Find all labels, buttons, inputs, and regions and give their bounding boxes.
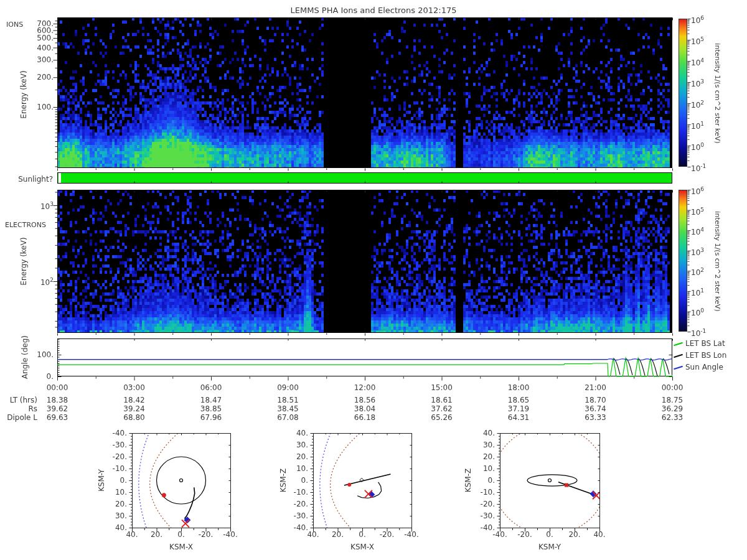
time-tick-label: 18:00 xyxy=(494,383,543,392)
colorbar-tick-label: 101 xyxy=(691,286,704,297)
colorbar-tick-label: 102 xyxy=(691,98,704,110)
orbit-ytick-label: 20. xyxy=(90,500,127,508)
ephemeris-value: 18.56 xyxy=(340,396,390,404)
sunlight-label: Sunlight? xyxy=(0,175,53,184)
orbit-ytick-label: -30. xyxy=(271,511,308,520)
orbit-ytick-label: -10. xyxy=(271,488,308,497)
orbit-ytick-label: 40. xyxy=(90,523,127,532)
ephemeris-value: 69.63 xyxy=(32,413,82,422)
orbit3-xlabel: KSM-Y xyxy=(519,543,581,551)
ephemeris-value: 18.70 xyxy=(571,396,621,404)
orbit-ytick-label: -20. xyxy=(271,500,308,508)
orbit-ytick-label: 10. xyxy=(271,464,308,473)
ephemeris-row-label-dipole: Dipole L xyxy=(0,413,37,422)
time-tick-label: 09:00 xyxy=(263,383,313,392)
time-tick-label: 06:00 xyxy=(186,383,236,392)
colorbar-tick-label: 104 xyxy=(691,225,704,236)
figure-title: LEMMS PHA Ions and Electrons 2012:175 xyxy=(0,6,747,15)
orbit-ytick-label: 40. xyxy=(271,429,308,437)
ephemeris-value: 64.31 xyxy=(494,413,543,422)
ephemeris-value: 18.61 xyxy=(417,396,467,404)
orbit-ytick-label: 20. xyxy=(458,452,495,461)
time-tick-label: 15:00 xyxy=(417,383,467,392)
angle-ytick-label: 0. xyxy=(16,372,54,381)
ephemeris-row-label-lt: LT (hrs) xyxy=(0,396,37,404)
orbit-ytick-label: 0. xyxy=(271,476,308,485)
time-tick-label: 00:00 xyxy=(32,383,82,392)
orbit-ytick-label: -20. xyxy=(90,452,127,461)
ephemeris-value: 39.24 xyxy=(110,404,159,413)
ephemeris-value: 36.74 xyxy=(571,404,621,413)
orbit-ytick-label: 30. xyxy=(90,511,127,520)
orbit-ytick-label: -10. xyxy=(458,488,495,497)
colorbar-tick-label: 10-1 xyxy=(691,327,706,338)
orbit-ytick-label: 20. xyxy=(271,452,308,461)
ephemeris-value: 67.96 xyxy=(186,413,236,422)
colorbar-tick-label: 105 xyxy=(691,35,704,46)
ions-ytick-label: 500. xyxy=(16,34,54,42)
orbit-ytick-label: 40. xyxy=(458,429,495,437)
ephemeris-value: 18.75 xyxy=(647,396,697,404)
electrons-ytick-label: 102 xyxy=(16,276,54,287)
orbit-ytick-label: -40. xyxy=(271,523,308,532)
orbit-ytick-label: 10. xyxy=(458,464,495,473)
orbit-ytick-label: -10. xyxy=(90,464,127,473)
angle-ytick-label: 100. xyxy=(16,350,54,359)
colorbar-tick-label: 101 xyxy=(691,119,704,131)
orbit-ytick-label: 30. xyxy=(458,441,495,449)
orbit-ytick-label: -30. xyxy=(90,441,127,449)
ephemeris-value: 18.65 xyxy=(494,396,543,404)
ions-ytick-label: 100. xyxy=(16,103,54,111)
orbit-xtick-label: -40. xyxy=(387,530,436,539)
ephemeris-value: 38.85 xyxy=(186,404,236,413)
ephemeris-value: 38.04 xyxy=(340,404,390,413)
orbit1-xlabel: KSM-X xyxy=(150,543,212,551)
ephemeris-value: 38.45 xyxy=(263,404,313,413)
ions-ytick-label: 200. xyxy=(16,73,54,82)
ephemeris-row-label-rs: Rs xyxy=(0,404,37,413)
orbit-ytick-label: -40. xyxy=(90,429,127,437)
colorbar-tick-label: 106 xyxy=(691,185,704,196)
ephemeris-value: 18.42 xyxy=(110,396,159,404)
orbit-ytick-label: 10. xyxy=(90,488,127,497)
electrons-ylabel: Energy (keV) xyxy=(19,224,28,299)
colorbar-tick-label: 100 xyxy=(691,306,704,317)
ephemeris-value: 39.62 xyxy=(32,404,82,413)
orbit-ytick-label: -20. xyxy=(458,500,495,508)
ephemeris-value: 37.62 xyxy=(417,404,467,413)
orbit-ytick-label: -40. xyxy=(458,523,495,532)
ephemeris-value: 36.29 xyxy=(647,404,697,413)
colorbar-tick-label: 105 xyxy=(691,205,704,217)
ephemeris-value: 62.33 xyxy=(647,413,697,422)
ephemeris-value: 66.18 xyxy=(340,413,390,422)
ephemeris-value: 63.33 xyxy=(571,413,621,422)
ephemeris-value: 18.47 xyxy=(186,396,236,404)
orbit2-xlabel: KSM-X xyxy=(331,543,393,551)
ephemeris-value: 18.38 xyxy=(32,396,82,404)
electrons-ytick-label: 103 xyxy=(16,200,54,211)
colorbar-tick-label: 104 xyxy=(691,56,704,67)
colorbar-tick-label: 100 xyxy=(691,141,704,152)
colorbar-tick-label: 102 xyxy=(691,266,704,277)
ions-ytick-label: 300. xyxy=(16,55,54,64)
colorbar-tick-label: 103 xyxy=(691,246,704,257)
colorbar-tick-label: 106 xyxy=(691,14,704,25)
ephemeris-value: 68.80 xyxy=(110,413,159,422)
orbit-xtick-label: 40. xyxy=(575,530,624,539)
time-tick-label: 21:00 xyxy=(571,383,621,392)
ephemeris-value: 37.19 xyxy=(494,404,543,413)
orbit-ytick-label: 0. xyxy=(458,476,495,485)
time-tick-label: 12:00 xyxy=(340,383,390,392)
colorbar-tick-label: 10-1 xyxy=(691,162,706,173)
ephemeris-value: 67.08 xyxy=(263,413,313,422)
orbit-ytick-label: -30. xyxy=(458,511,495,520)
colorbar-electrons-label: intensity 1/(s cm^2 ster keV) xyxy=(713,187,721,336)
ephemeris-value: 18.51 xyxy=(263,396,313,404)
colorbar-ions-label: intensity 1/(s cm^2 ster keV) xyxy=(713,19,721,168)
orbit-xtick-label: -40. xyxy=(205,530,255,539)
time-tick-label: 00:00 xyxy=(647,383,697,392)
ions-ytick-label: 400. xyxy=(16,44,54,52)
ephemeris-value: 65.26 xyxy=(417,413,467,422)
orbit-ytick-label: 0. xyxy=(90,476,127,485)
time-tick-label: 03:00 xyxy=(110,383,159,392)
